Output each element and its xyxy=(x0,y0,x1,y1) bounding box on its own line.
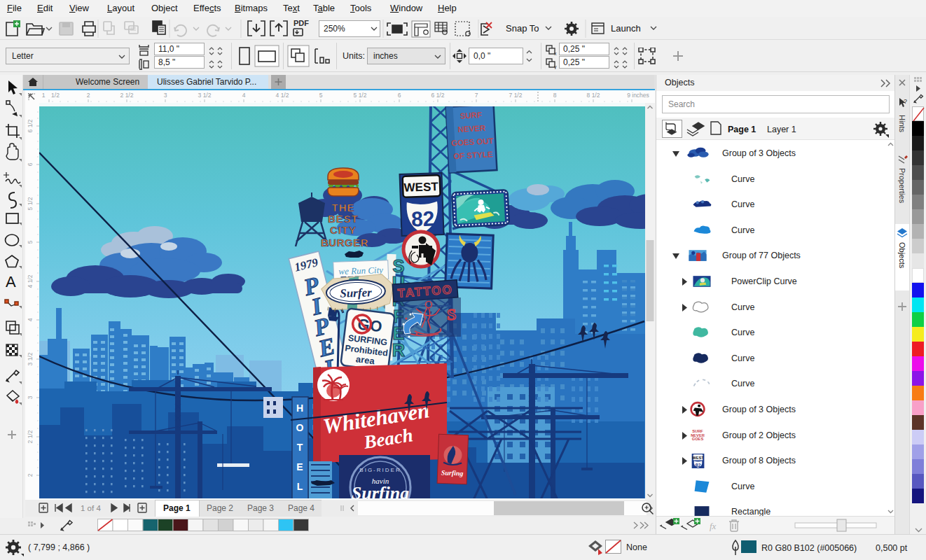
svg-text:2: 2 xyxy=(27,473,34,477)
svg-text:None: None xyxy=(626,542,647,552)
svg-text:0,500 pt: 0,500 pt xyxy=(876,543,908,553)
svg-text:4 1/2: 4 1/2 xyxy=(27,274,34,288)
svg-text:8 1/2: 8 1/2 xyxy=(587,92,600,99)
svg-text:5 1/2: 5 1/2 xyxy=(27,197,34,210)
svg-text:SURF: SURF xyxy=(459,111,482,120)
svg-text:4: 4 xyxy=(27,318,34,321)
svg-text:Surfing: Surfing xyxy=(352,483,409,500)
svg-text:82: 82 xyxy=(695,462,700,468)
svg-text:x: x xyxy=(554,51,557,56)
svg-text:H: H xyxy=(296,402,303,414)
svg-text:BURGER: BURGER xyxy=(321,237,368,248)
svg-text:5 1/2: 5 1/2 xyxy=(354,92,367,99)
svg-text:S: S xyxy=(447,305,456,323)
svg-text:GOES: GOES xyxy=(692,437,704,441)
svg-text:6 1/2: 6 1/2 xyxy=(431,92,445,99)
svg-text:NEVER: NEVER xyxy=(457,124,486,134)
svg-text:8: 8 xyxy=(553,92,557,99)
svg-text:9 inches: 9 inches xyxy=(627,92,649,99)
svg-text:Snap To: Snap To xyxy=(506,23,539,34)
svg-text:6 1/2: 6 1/2 xyxy=(27,119,34,132)
svg-text:2 1/2: 2 1/2 xyxy=(27,430,34,443)
svg-text:WEST: WEST xyxy=(692,456,704,460)
svg-text:fx: fx xyxy=(710,521,717,531)
svg-text:2 1/2: 2 1/2 xyxy=(120,92,134,99)
svg-text:3 1/2: 3 1/2 xyxy=(198,92,212,99)
svg-text:R0 G80 B102 (#005066): R0 G80 B102 (#005066) xyxy=(761,543,857,553)
svg-text:Page 1: Page 1 xyxy=(728,125,756,134)
svg-text:6: 6 xyxy=(398,92,401,99)
svg-text:Launch: Launch xyxy=(611,23,641,34)
svg-text:5: 5 xyxy=(319,92,323,99)
svg-text:3: 3 xyxy=(164,92,167,99)
svg-text:Surfing: Surfing xyxy=(441,468,464,477)
svg-text:3 1/2: 3 1/2 xyxy=(27,352,34,365)
svg-text:R: R xyxy=(392,340,406,360)
svg-text:Layer 1: Layer 1 xyxy=(767,125,796,134)
svg-text:BIG-RIDER: BIG-RIDER xyxy=(359,467,401,473)
svg-text:1: 1 xyxy=(42,92,46,99)
svg-text:O: O xyxy=(296,422,304,433)
svg-text:7: 7 xyxy=(475,92,478,99)
svg-text:5: 5 xyxy=(27,240,34,244)
svg-text:PDF: PDF xyxy=(293,19,309,27)
svg-text:3: 3 xyxy=(27,396,34,399)
svg-text:THE: THE xyxy=(332,202,355,214)
svg-text:A: A xyxy=(6,273,16,290)
svg-text:E: E xyxy=(296,461,303,472)
svg-text:82: 82 xyxy=(410,206,435,230)
svg-text:1/2: 1/2 xyxy=(51,92,60,99)
svg-text:T: T xyxy=(297,442,303,453)
svg-text:Surfer: Surfer xyxy=(340,286,372,300)
svg-text:2: 2 xyxy=(87,92,90,99)
svg-text:6: 6 xyxy=(27,162,34,166)
svg-text:WEST: WEST xyxy=(403,180,438,195)
svg-text:CITY: CITY xyxy=(330,224,357,236)
svg-text:?: ? xyxy=(904,98,907,105)
svg-text:7 1/2: 7 1/2 xyxy=(509,92,523,99)
svg-text:y: y xyxy=(554,64,557,69)
svg-text:BEST: BEST xyxy=(328,213,359,225)
svg-text:4 1/2: 4 1/2 xyxy=(276,92,289,99)
svg-text:L: L xyxy=(297,481,303,492)
svg-text:4: 4 xyxy=(242,92,246,99)
svg-text:1 of 4: 1 of 4 xyxy=(81,504,101,512)
